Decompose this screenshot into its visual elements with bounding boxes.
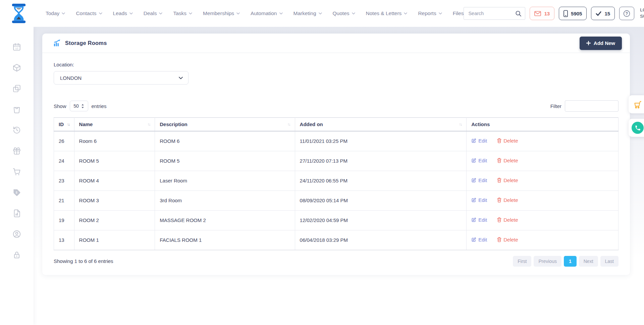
pagination-last[interactable]: Last: [600, 256, 619, 267]
user-name-line1: LONDON: [640, 7, 644, 13]
nav-label: Contacts: [76, 10, 96, 16]
nav-item-notes-letters[interactable]: Notes & Letters: [366, 10, 408, 16]
storage-rooms-table: ID↑↓ Name↑↓ Description↑↓ Added on↑↓ Act…: [54, 117, 619, 250]
cart-icon[interactable]: [12, 167, 21, 176]
cell-added-on: 27/11/2020 07:13 PM: [295, 151, 467, 171]
calendar-icon[interactable]: 12: [12, 43, 21, 51]
cell-id: 21: [54, 191, 74, 210]
cell-id: 26: [54, 131, 74, 151]
edit-link[interactable]: Edit: [471, 237, 487, 242]
location-select[interactable]: LONDON: [54, 71, 189, 85]
mobile-phone-icon: [564, 10, 568, 17]
column-header-id[interactable]: ID↑↓: [54, 118, 74, 131]
nav-item-memberships[interactable]: Memberships: [203, 10, 240, 16]
nav-item-reports[interactable]: Reports: [418, 10, 442, 16]
delete-link[interactable]: Delete: [497, 177, 518, 183]
app-logo[interactable]: [10, 3, 28, 24]
nav-label: Tasks: [173, 10, 186, 16]
messages-badge[interactable]: 13: [530, 7, 554, 20]
phone-circle: [632, 122, 644, 134]
column-header-description[interactable]: Description↑↓: [155, 118, 295, 131]
cell-description: 3rd Room: [155, 191, 295, 210]
history-icon[interactable]: [12, 126, 21, 134]
price-tag-icon[interactable]: $: [12, 188, 21, 197]
cart-float-button[interactable]: [629, 95, 644, 113]
cell-id: 24: [54, 151, 74, 171]
cube-icon[interactable]: [12, 63, 21, 72]
delete-link[interactable]: Delete: [497, 217, 518, 223]
help-icon: ?: [623, 10, 630, 17]
help-button[interactable]: ?: [619, 7, 634, 20]
gift-icon[interactable]: [12, 147, 21, 155]
report-icon[interactable]: [12, 209, 21, 218]
filter-input[interactable]: [565, 100, 619, 112]
column-header-name[interactable]: Name↑↓: [74, 118, 155, 131]
sort-icon: ↑↓: [287, 122, 290, 127]
edit-icon: [471, 198, 476, 203]
sort-icon: ↑↓: [147, 122, 150, 127]
edit-link[interactable]: Edit: [471, 177, 487, 183]
edit-link[interactable]: Edit: [471, 158, 487, 163]
nav-label: Files: [453, 10, 464, 16]
nav-item-leads[interactable]: Leads: [113, 10, 133, 16]
nav-item-marketing[interactable]: Marketing: [293, 10, 322, 16]
search-button[interactable]: [515, 10, 522, 17]
chevron-down-icon: [62, 12, 65, 14]
lock-icon[interactable]: [12, 251, 21, 259]
nav-label: Memberships: [203, 10, 234, 16]
chevron-down-icon: [159, 12, 162, 14]
sidebar: 12 $: [0, 27, 34, 325]
sort-icon: ↑↓: [67, 122, 69, 127]
page-title: Storage Rooms: [65, 40, 107, 46]
entries-label: entries: [92, 103, 107, 109]
nav-item-contacts[interactable]: Contacts: [76, 10, 102, 16]
nav-label: Today: [46, 10, 59, 16]
delete-link[interactable]: Delete: [497, 197, 518, 203]
spinner-arrows-icon: [81, 104, 84, 109]
tasks-count: 15: [604, 11, 610, 16]
table-row: 19 ROOM 2 MASSAGE ROOM 2 12/02/2020 04:5…: [54, 210, 619, 230]
cell-actions: Edit Delete: [467, 191, 619, 210]
search-input[interactable]: [468, 11, 515, 16]
nav-item-deals[interactable]: Deals: [144, 10, 163, 16]
hourglass-icon: [10, 3, 28, 24]
global-search: [464, 7, 525, 20]
copy-icon[interactable]: [12, 84, 21, 93]
nav-label: Quotes: [333, 10, 350, 16]
edit-icon: [471, 217, 476, 222]
chevron-down-icon: [236, 12, 240, 14]
cell-name: ROOM 1: [74, 230, 155, 250]
trash-icon: [497, 158, 501, 163]
cell-name: ROOM 5: [74, 151, 155, 171]
svg-text:12: 12: [15, 47, 18, 50]
pagination-previous[interactable]: Previous: [534, 256, 561, 267]
pagination-next[interactable]: Next: [579, 256, 598, 267]
phone-float-button[interactable]: [629, 119, 644, 137]
delete-link[interactable]: Delete: [497, 158, 518, 163]
edit-link[interactable]: Edit: [471, 197, 487, 203]
nav-item-files[interactable]: Files: [453, 10, 464, 16]
edit-link[interactable]: Edit: [471, 217, 487, 223]
phone-badge[interactable]: 5905: [559, 7, 587, 20]
column-header-added-on[interactable]: Added on↑↓: [295, 118, 467, 131]
nav-item-tasks[interactable]: Tasks: [173, 10, 192, 16]
delete-link[interactable]: Delete: [497, 237, 518, 242]
add-new-button[interactable]: Add New: [580, 37, 622, 50]
page-length-select[interactable]: 50: [70, 101, 88, 111]
cell-description: Laser Room: [155, 171, 295, 191]
main-navigation: Today Contacts Leads Deals Tasks Members…: [46, 10, 464, 16]
nav-item-today[interactable]: Today: [46, 10, 65, 16]
topbar-right: 13 5905 15 ? LONDON SUPPORT: [464, 6, 644, 21]
nav-item-quotes[interactable]: Quotes: [333, 10, 355, 16]
nav-item-automation[interactable]: Automation: [251, 10, 282, 16]
table-row: 26 Room 6 ROOM 6 11/01/2021 03:25 PM Edi…: [54, 131, 619, 151]
tasks-badge[interactable]: 15: [591, 7, 615, 20]
edit-link[interactable]: Edit: [471, 138, 487, 144]
chevron-down-icon: [439, 12, 442, 14]
account-icon[interactable]: [12, 230, 21, 238]
shopping-bag-icon[interactable]: [12, 105, 21, 114]
pagination-first[interactable]: First: [513, 256, 531, 267]
delete-link[interactable]: Delete: [497, 138, 518, 144]
cell-name: ROOM 4: [74, 171, 155, 191]
pagination-page-1[interactable]: 1: [564, 256, 577, 267]
